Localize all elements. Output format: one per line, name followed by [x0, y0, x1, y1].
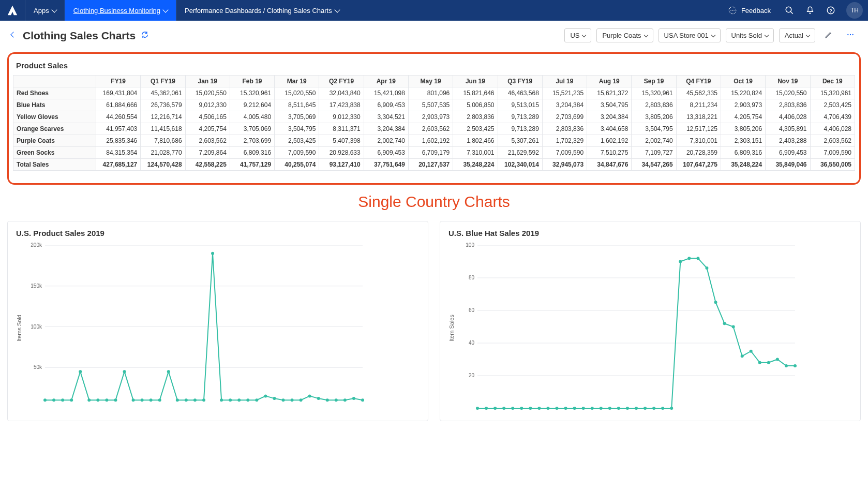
cell[interactable]: 44,260,554: [96, 111, 141, 123]
cell[interactable]: 3,404,658: [587, 123, 632, 135]
cell[interactable]: 5,006,850: [453, 99, 498, 111]
col-header[interactable]: Apr 19: [364, 76, 408, 87]
cell[interactable]: 15,320,961: [810, 87, 855, 99]
cell[interactable]: 61,884,666: [96, 99, 141, 111]
cell[interactable]: 2,603,562: [810, 135, 855, 147]
cell[interactable]: 2,403,288: [766, 135, 810, 147]
cell[interactable]: 2,803,836: [542, 123, 587, 135]
edit-button[interactable]: [820, 28, 837, 43]
cell[interactable]: 2,002,740: [364, 135, 408, 147]
cell[interactable]: 3,805,206: [632, 111, 676, 123]
cell[interactable]: 3,705,069: [230, 123, 274, 135]
cell[interactable]: 4,506,165: [185, 111, 230, 123]
col-header[interactable]: May 19: [408, 76, 453, 87]
row-header[interactable]: Yellow Gloves: [13, 111, 96, 123]
cell[interactable]: 13,318,221: [676, 111, 721, 123]
cell[interactable]: 6,809,316: [230, 147, 274, 159]
col-header[interactable]: Jan 19: [185, 76, 230, 87]
col-header[interactable]: Feb 19: [230, 76, 274, 87]
cell[interactable]: 7,209,864: [185, 147, 230, 159]
row-header[interactable]: Blue Hats: [13, 99, 96, 111]
cell[interactable]: 15,020,550: [275, 87, 319, 99]
cell[interactable]: 9,012,330: [319, 111, 364, 123]
breadcrumb-menu[interactable]: Performance Dashboards / Clothing Sales …: [176, 0, 348, 21]
cell[interactable]: 4,406,028: [810, 123, 855, 135]
cell[interactable]: 2,903,973: [408, 111, 453, 123]
cell[interactable]: 15,421,098: [364, 87, 408, 99]
cell[interactable]: 3,204,384: [364, 123, 408, 135]
cell[interactable]: 5,507,535: [408, 99, 453, 111]
back-button[interactable]: [9, 29, 18, 41]
cell[interactable]: 3,204,384: [542, 99, 587, 111]
cell[interactable]: 2,503,425: [275, 135, 319, 147]
cell[interactable]: 15,320,961: [230, 87, 274, 99]
cell[interactable]: 4,205,754: [185, 123, 230, 135]
cell[interactable]: 2,903,973: [721, 99, 765, 111]
cell[interactable]: 2,002,740: [632, 135, 676, 147]
cell[interactable]: 3,304,521: [364, 111, 408, 123]
cell[interactable]: 5,407,398: [319, 135, 364, 147]
more-button[interactable]: [842, 28, 859, 43]
cell[interactable]: 2,803,836: [453, 111, 498, 123]
cell[interactable]: 7,510,275: [587, 147, 632, 159]
cell[interactable]: 45,362,061: [141, 87, 185, 99]
cell[interactable]: 9,012,330: [185, 99, 230, 111]
cell[interactable]: 15,621,372: [587, 87, 632, 99]
cell[interactable]: 2,503,425: [453, 123, 498, 135]
cell[interactable]: 7,810,686: [141, 135, 185, 147]
cell[interactable]: 15,020,550: [766, 87, 810, 99]
line-chart[interactable]: 20406080100: [459, 243, 800, 413]
cell[interactable]: 1,602,192: [408, 135, 453, 147]
cell[interactable]: 5,307,261: [498, 135, 542, 147]
cell[interactable]: 2,603,562: [408, 123, 453, 135]
col-header[interactable]: Jul 19: [542, 76, 587, 87]
search-button[interactable]: [779, 0, 800, 21]
notifications-button[interactable]: [800, 0, 820, 21]
cell[interactable]: 6,709,179: [408, 147, 453, 159]
cell[interactable]: 15,020,550: [185, 87, 230, 99]
feedback-button[interactable]: Feedback: [720, 0, 779, 21]
cell[interactable]: 4,005,480: [230, 111, 274, 123]
apps-menu[interactable]: Apps: [25, 0, 65, 21]
cell[interactable]: 41,957,403: [96, 123, 141, 135]
cell[interactable]: 15,521,235: [542, 87, 587, 99]
row-header[interactable]: Purple Coats: [13, 135, 96, 147]
cell[interactable]: 801,096: [408, 87, 453, 99]
cell[interactable]: 20,928,633: [319, 147, 364, 159]
cell[interactable]: 11,415,618: [141, 123, 185, 135]
cell[interactable]: 9,212,604: [230, 99, 274, 111]
col-header[interactable]: Q4 FY19: [676, 76, 721, 87]
user-avatar[interactable]: TH: [846, 2, 863, 19]
cell[interactable]: 12,216,714: [141, 111, 185, 123]
cell[interactable]: 7,009,590: [810, 147, 855, 159]
cell[interactable]: 46,463,568: [498, 87, 542, 99]
row-header[interactable]: Red Shoes: [13, 87, 96, 99]
cell[interactable]: 25,835,346: [96, 135, 141, 147]
cell[interactable]: 3,504,795: [275, 123, 319, 135]
cell[interactable]: 12,517,125: [676, 123, 721, 135]
col-header[interactable]: Q3 FY19: [498, 76, 542, 87]
col-header[interactable]: Nov 19: [766, 76, 810, 87]
cell[interactable]: 8,311,371: [319, 123, 364, 135]
cell[interactable]: 17,423,838: [319, 99, 364, 111]
cell[interactable]: 7,009,590: [542, 147, 587, 159]
cell[interactable]: 4,305,891: [766, 123, 810, 135]
cell[interactable]: 15,220,824: [721, 87, 765, 99]
cell[interactable]: 7,009,590: [275, 147, 319, 159]
col-header[interactable]: FY19: [96, 76, 141, 87]
row-header[interactable]: Green Socks: [13, 147, 96, 159]
cell[interactable]: 7,109,727: [632, 147, 676, 159]
cell[interactable]: 1,702,329: [542, 135, 587, 147]
col-header[interactable]: Q1 FY19: [141, 76, 185, 87]
filter-usa-store-001[interactable]: USA Store 001: [659, 28, 721, 42]
cell[interactable]: 4,406,028: [766, 111, 810, 123]
cell[interactable]: 7,310,001: [676, 135, 721, 147]
cell[interactable]: 9,513,015: [498, 99, 542, 111]
cell[interactable]: 8,211,234: [676, 99, 721, 111]
col-header[interactable]: Mar 19: [275, 76, 319, 87]
cell[interactable]: 6,909,453: [766, 147, 810, 159]
cell[interactable]: 6,909,453: [364, 99, 408, 111]
col-header[interactable]: Sep 19: [632, 76, 676, 87]
row-header[interactable]: Orange Scarves: [13, 123, 96, 135]
filter-purple-coats[interactable]: Purple Coats: [596, 28, 653, 42]
